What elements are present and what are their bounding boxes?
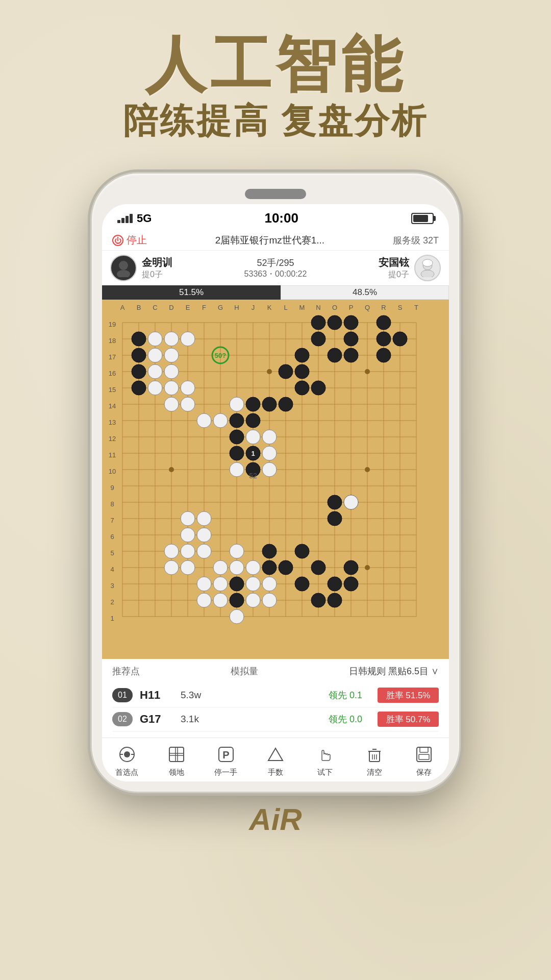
svg-point-115 [230,413,244,428]
triangle-icon [264,743,287,766]
svg-rect-205 [419,754,429,760]
svg-rect-5 [424,262,431,264]
svg-point-166 [164,560,179,575]
svg-point-165 [230,544,244,558]
black-player-info: 金明训 提0子 [142,256,172,280]
svg-point-186 [124,751,130,757]
network-type: 5G [137,212,152,225]
stop-label: 停止 [127,233,147,247]
svg-text:J: J [252,304,255,311]
game-time: 53363・00:00:22 [172,269,379,280]
black-captures: 提0子 [142,270,172,280]
toolbar-moves[interactable]: 手数 [251,743,300,777]
svg-point-3 [421,270,434,277]
toolbar-pass[interactable]: P 停一手 [201,743,251,777]
svg-point-131 [328,577,342,591]
sims-2: 3.1k [181,714,329,725]
toolbar-label-save: 保存 [416,768,432,777]
toolbar-label-pass: 停一手 [214,768,237,777]
hand-icon [314,743,336,766]
svg-point-143 [148,381,162,395]
svg-point-111 [311,381,325,395]
svg-point-107 [279,364,293,379]
winrate-2: 胜率 50.7% [378,712,439,727]
svg-point-174 [262,577,277,591]
svg-point-90 [267,369,272,374]
board-svg: ABC DEF GHJ KLM NOP QRS T 191817 161514 … [102,300,449,657]
svg-point-118 [230,446,244,460]
signal-icon [117,214,133,223]
svg-text:G: G [218,304,223,311]
go-board[interactable]: ABC DEF GHJ KLM NOP QRS T 191817 161514 … [102,300,449,659]
svg-point-142 [164,364,179,379]
svg-point-89 [365,467,370,472]
svg-point-160 [181,528,195,542]
svg-text:M: M [299,304,305,311]
svg-point-134 [311,593,325,607]
svg-point-140 [164,348,179,362]
game-rules[interactable]: 日韩规则 黑贴6.5目 ∨ [349,665,439,677]
hero-title: 人工智能 [0,31,551,98]
svg-marker-196 [268,748,283,761]
battery-fill [413,215,428,222]
svg-point-156 [262,462,277,477]
toolbar-territory[interactable]: 领地 [152,743,201,777]
svg-point-175 [197,593,211,607]
svg-point-103 [328,348,342,362]
point-1: H11 [140,689,181,702]
svg-point-148 [230,397,244,411]
svg-point-137 [164,332,179,346]
svg-point-94 [344,315,358,330]
svg-point-109 [132,381,146,395]
svg-point-150 [213,413,228,428]
svg-text:7: 7 [110,517,114,524]
svg-point-154 [262,446,277,460]
white-captures: 提0子 [379,270,409,280]
svg-text:P: P [222,749,229,761]
game-info-center: 52手/295 53363・00:00:22 [172,257,379,280]
svg-point-120 [328,495,342,509]
black-avatar [110,255,137,281]
svg-point-106 [132,364,146,379]
svg-point-171 [197,577,211,591]
black-player: 金明训 提0子 [110,255,172,281]
svg-point-155 [230,462,244,477]
phone-body: 5G 10:00 ⏻ 停止 2届韩亚银行mz世代赛1... 服务级 32T [92,174,459,792]
svg-point-116 [246,413,260,428]
svg-point-162 [164,544,179,558]
stop-button[interactable]: ⏻ 停止 [112,233,147,247]
svg-text:15: 15 [109,386,116,394]
game-title: 2届韩亚银行mz世代赛1... [152,234,388,247]
svg-point-139 [148,348,162,362]
phone-speaker [245,189,306,199]
toolbar-clear[interactable]: 清空 [350,743,399,777]
svg-text:17: 17 [109,353,116,361]
svg-point-105 [377,348,391,362]
svg-point-152 [262,430,277,444]
svg-point-167 [181,560,195,575]
toolbar-tryplay[interactable]: 试下 [300,743,350,777]
toolbar-recommended[interactable]: 首选点 [102,743,152,777]
rank-1: 01 [112,688,133,702]
analysis-row-1[interactable]: 01 H11 5.3w 领先 0.1 胜率 51.5% [112,683,439,707]
svg-point-108 [295,364,309,379]
analysis-row-2[interactable]: 02 G17 3.1k 领先 0.0 胜率 50.7% [112,707,439,731]
svg-point-159 [197,511,211,526]
svg-point-173 [246,577,260,591]
svg-point-141 [148,364,162,379]
signal-area: 5G [117,212,152,225]
svg-point-144 [164,381,179,395]
svg-point-129 [230,577,244,591]
svg-point-113 [262,397,277,411]
svg-point-168 [213,560,228,575]
svg-text:6: 6 [110,533,114,541]
black-player-name: 金明训 [142,256,172,270]
lead-1: 领先 0.1 [329,689,369,701]
hero-subtitle: 陪练提高 复盘分析 [0,98,551,143]
svg-rect-189 [169,747,184,762]
toolbar-save[interactable]: 保存 [399,743,449,777]
svg-point-163 [181,544,195,558]
toolbar-label-moves: 手数 [268,768,283,777]
svg-text:C: C [153,304,157,311]
rank-2: 02 [112,712,133,726]
